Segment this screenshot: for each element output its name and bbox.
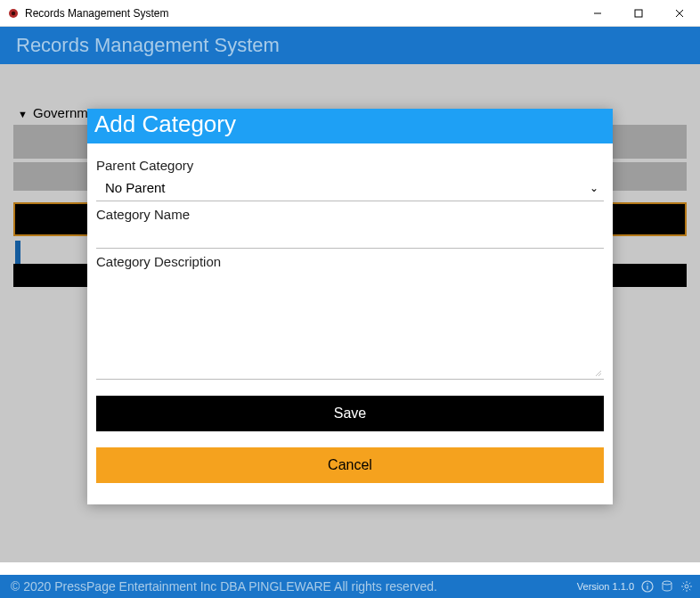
- minimize-button[interactable]: [577, 0, 618, 27]
- parent-category-value: No Parent: [105, 180, 166, 195]
- status-bar: © 2020 PressPage Entertainment Inc DBA P…: [0, 575, 700, 598]
- parent-category-label: Parent Category: [96, 158, 604, 173]
- svg-line-7: [598, 373, 601, 376]
- footer-version: Version 1.1.0: [577, 581, 634, 592]
- svg-line-20: [683, 589, 684, 590]
- resize-handle-icon: [593, 368, 602, 377]
- svg-rect-9: [647, 586, 647, 590]
- category-name-input[interactable]: [96, 225, 604, 249]
- window-controls: [577, 0, 700, 27]
- svg-line-6: [596, 371, 601, 376]
- database-icon[interactable]: [661, 580, 673, 593]
- svg-rect-10: [647, 583, 647, 585]
- modal-title: Add Category: [87, 109, 613, 143]
- app-title: Records Management System: [16, 34, 280, 57]
- gear-icon[interactable]: [680, 580, 693, 593]
- info-icon[interactable]: [641, 580, 654, 593]
- category-description-label: Category Description: [96, 254, 604, 269]
- svg-line-17: [683, 583, 684, 584]
- save-button[interactable]: Save: [96, 396, 604, 431]
- footer-copyright: © 2020 PressPage Entertainment Inc DBA P…: [11, 579, 437, 594]
- svg-point-12: [685, 585, 688, 588]
- cancel-button[interactable]: Cancel: [96, 447, 604, 483]
- chevron-down-icon: ⌄: [590, 182, 598, 194]
- svg-point-11: [663, 581, 672, 585]
- svg-line-19: [689, 583, 690, 584]
- window-titlebar: Records Management System: [0, 0, 700, 27]
- category-name-label: Category Name: [96, 207, 604, 222]
- close-button[interactable]: [659, 0, 700, 27]
- svg-line-18: [689, 589, 690, 590]
- main-content: ▼ Government Add Category Parent Categor…: [0, 64, 700, 562]
- svg-point-1: [12, 11, 15, 14]
- window-title: Records Management System: [25, 7, 168, 20]
- app-header: Records Management System: [0, 27, 700, 64]
- add-category-modal: Add Category Parent Category No Parent ⌄…: [87, 109, 613, 504]
- category-description-input[interactable]: [96, 273, 604, 380]
- maximize-button[interactable]: [618, 0, 659, 27]
- app-icon: [7, 7, 20, 20]
- svg-rect-3: [635, 10, 642, 17]
- parent-category-select[interactable]: No Parent ⌄: [96, 176, 604, 201]
